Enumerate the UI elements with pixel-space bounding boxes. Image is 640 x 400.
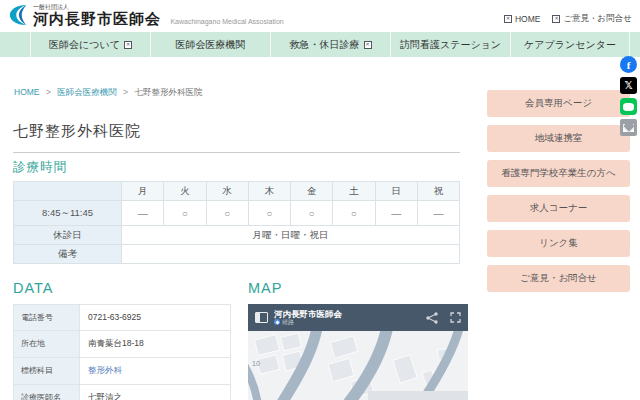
site-subtitle: Kawachinagano Medical Assosiation bbox=[170, 18, 283, 25]
day-header-cell: 祝 bbox=[418, 182, 460, 201]
table-row: 電話番号 0721-63-6925 bbox=[14, 305, 231, 331]
map-controls bbox=[426, 312, 461, 324]
dropdown-icon bbox=[364, 41, 372, 49]
sidebar-button[interactable]: 地域連携室 bbox=[487, 125, 630, 152]
nav-item-about[interactable]: 医師会について bbox=[30, 32, 150, 57]
nav-item-label: ケアプランセンター bbox=[524, 38, 616, 52]
phone-value: 0721-63-6925 bbox=[80, 305, 231, 331]
hours-table: 月 火 水 木 金 土 日 祝 8:45～11:45 — ○ ○ ○ ○ ○ —… bbox=[13, 181, 460, 264]
schedule-mark-cell: ○ bbox=[249, 201, 291, 226]
breadcrumb-separator: > bbox=[46, 87, 51, 97]
contact-link[interactable]: ご意見・お問合せ bbox=[552, 13, 632, 25]
road-label: 10 bbox=[252, 360, 260, 367]
contact-link-label: ご意見・お問合せ bbox=[563, 13, 632, 25]
breadcrumb-current: 七野整形外科医院 bbox=[134, 87, 202, 97]
fullscreen-icon[interactable] bbox=[450, 312, 461, 323]
sidebar-button[interactable]: ご意見・お問合せ bbox=[487, 265, 630, 292]
view-larger-map-icon[interactable] bbox=[255, 312, 268, 323]
home-link[interactable]: HOME bbox=[504, 14, 541, 24]
nav-item-care-plan[interactable]: ケアプランセンター bbox=[510, 32, 630, 57]
email-share-icon[interactable] bbox=[620, 119, 637, 136]
data-heading: DATA bbox=[13, 280, 54, 296]
address-label: 所在地 bbox=[14, 331, 80, 358]
sidebar-button[interactable]: 会員専用ページ bbox=[487, 90, 630, 117]
hours-heading: 診療時間 bbox=[13, 159, 67, 176]
social-share-rail: f 𝕏 bbox=[620, 56, 637, 136]
directions-link[interactable]: 経路 bbox=[274, 319, 420, 326]
map-heading: MAP bbox=[248, 280, 282, 296]
map-place-name[interactable]: 河内長野市医師会 bbox=[274, 310, 420, 319]
home-icon bbox=[504, 15, 512, 23]
hours-note-row: 備考 bbox=[14, 245, 460, 264]
closed-days-label: 休診日 bbox=[14, 226, 122, 245]
doctor-label-main: 診療医師名 bbox=[21, 393, 61, 400]
department-label: 標榜科目 bbox=[14, 358, 80, 385]
table-row: 標榜科目 整形外科 bbox=[14, 358, 231, 385]
schedule-mark-cell: ○ bbox=[207, 201, 249, 226]
day-header-cell: 木 bbox=[249, 182, 291, 201]
nav-item-label: 医師会医療機関 bbox=[176, 38, 246, 52]
hours-time-row: 8:45～11:45 — ○ ○ ○ ○ ○ — — bbox=[14, 201, 460, 226]
map-place: 河内長野市医師会 経路 bbox=[274, 310, 420, 326]
nav-item-label: 訪問看護ステーション bbox=[400, 38, 501, 52]
map-canvas[interactable]: 10 bbox=[248, 331, 468, 400]
hours-corner-cell bbox=[14, 182, 122, 201]
day-header-cell: 土 bbox=[333, 182, 375, 201]
dropdown-icon bbox=[124, 41, 132, 49]
address-value: 南青葉台18-18 bbox=[80, 331, 231, 358]
department-link[interactable]: 整形外科 bbox=[88, 365, 122, 375]
breadcrumb-home[interactable]: HOME bbox=[14, 87, 40, 97]
breadcrumb: HOME > 医師会医療機関 > 七野整形外科医院 bbox=[14, 87, 202, 99]
day-header-cell: 月 bbox=[122, 182, 164, 201]
department-value: 整形外科 bbox=[80, 358, 231, 385]
schedule-mark-cell: ○ bbox=[164, 201, 206, 226]
schedule-mark-cell: ○ bbox=[291, 201, 333, 226]
day-header-cell: 日 bbox=[376, 182, 418, 201]
site-logo[interactable]: 一般社団法人 河内長野市医師会 Kawachinagano Medical As… bbox=[8, 3, 284, 27]
nav-item-label: 救急・休日診療 bbox=[290, 38, 360, 52]
nav-item-emergency[interactable]: 救急・休日診療 bbox=[270, 32, 390, 57]
closed-days-value: 月曜・日曜・祝日 bbox=[122, 226, 460, 245]
schedule-mark-cell: — bbox=[122, 201, 164, 226]
phone-label: 電話番号 bbox=[14, 305, 80, 331]
hours-closed-row: 休診日 月曜・日曜・祝日 bbox=[14, 226, 460, 245]
mail-icon bbox=[552, 15, 560, 23]
day-header-cell: 水 bbox=[207, 182, 249, 201]
table-row: 所在地 南青葉台18-18 bbox=[14, 331, 231, 358]
directions-label: 経路 bbox=[282, 319, 294, 326]
line-icon[interactable] bbox=[620, 98, 637, 115]
note-value bbox=[122, 245, 460, 264]
site-title: 河内長野市医師会 bbox=[33, 10, 161, 27]
home-link-label: HOME bbox=[515, 14, 541, 24]
hours-header-row: 月 火 水 木 金 土 日 祝 bbox=[14, 182, 460, 201]
note-label: 備考 bbox=[14, 245, 122, 264]
sidebar-button[interactable]: 看護専門学校卒業生の方へ bbox=[487, 160, 630, 187]
facebook-icon[interactable]: f bbox=[620, 56, 637, 73]
day-header-cell: 金 bbox=[291, 182, 333, 201]
nav-item-visiting-nurse[interactable]: 訪問看護ステーション bbox=[390, 32, 510, 57]
table-row: 診療医師名 （認定医・専門医） 七野清之 bbox=[14, 385, 231, 400]
hours-time-label: 8:45～11:45 bbox=[14, 201, 122, 226]
main-nav: 医師会について 医師会医療機関 救急・休日診療 訪問看護ステーション ケアプラン… bbox=[0, 32, 640, 57]
doctor-label: 診療医師名 （認定医・専門医） bbox=[14, 385, 80, 400]
sidebar-button[interactable]: リンク集 bbox=[487, 230, 630, 257]
schedule-mark-cell: ○ bbox=[333, 201, 375, 226]
directions-icon bbox=[274, 319, 280, 325]
map-embed: 河内長野市医師会 経路 bbox=[248, 304, 468, 400]
nav-item-medical-institutions[interactable]: 医師会医療機関 bbox=[150, 32, 270, 57]
page-title: 七野整形外科医院 bbox=[13, 122, 460, 153]
breadcrumb-separator: > bbox=[123, 87, 128, 97]
nav-item-label: 医師会について bbox=[49, 38, 120, 52]
logo-mark-icon bbox=[8, 3, 30, 27]
utility-links: HOME ご意見・お問合せ bbox=[504, 13, 632, 25]
breadcrumb-institutions[interactable]: 医師会医療機関 bbox=[57, 87, 117, 97]
map-header: 河内長野市医師会 経路 bbox=[248, 304, 468, 331]
site-header: 一般社団法人 河内長野市医師会 Kawachinagano Medical As… bbox=[0, 0, 640, 32]
schedule-mark-cell: — bbox=[418, 201, 460, 226]
schedule-mark-cell: — bbox=[376, 201, 418, 226]
day-header-cell: 火 bbox=[164, 182, 206, 201]
sidebar-menu: 会員専用ページ 地域連携室 看護専門学校卒業生の方へ 求人コーナー リンク集 ご… bbox=[487, 90, 630, 292]
share-icon[interactable] bbox=[426, 312, 438, 324]
sidebar-button[interactable]: 求人コーナー bbox=[487, 195, 630, 222]
x-twitter-icon[interactable]: 𝕏 bbox=[620, 77, 637, 94]
